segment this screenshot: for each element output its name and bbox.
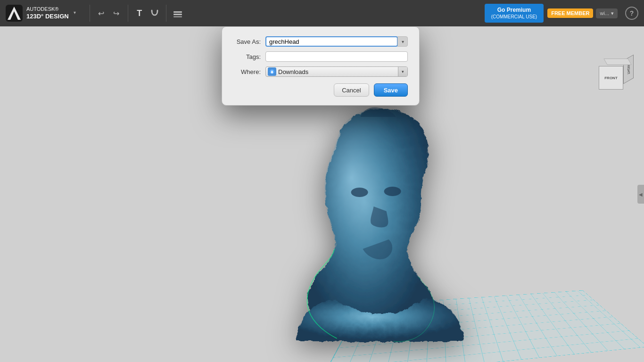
toolbar-sep-1: [90, 5, 90, 22]
app-dropdown-icon[interactable]: ▾: [74, 10, 80, 16]
toolbar-sep-2: [128, 5, 128, 22]
where-row: Where: Downloads ▾: [233, 66, 408, 77]
app-name: AUTODESK® 123D° DESIGN: [26, 6, 69, 20]
free-member-badge: FREE MEMBER: [547, 8, 593, 18]
save-as-input[interactable]: [265, 36, 398, 47]
autodesk-logo-icon: [6, 5, 23, 22]
save-as-dropdown-btn[interactable]: ▾: [397, 36, 408, 47]
cancel-button[interactable]: Cancel: [334, 83, 369, 97]
top-bar: AUTODESK® 123D° DESIGN ▾ ↩ ↪ T Go Premiu…: [0, 0, 644, 26]
save-dialog: Save As: ▾ Tags: Where:: [222, 26, 420, 106]
where-select[interactable]: Downloads ▾: [265, 66, 408, 77]
svg-rect-6: [173, 16, 182, 17]
user-menu-button[interactable]: wi... ▾: [596, 8, 618, 18]
dialog-buttons: Cancel Save: [233, 83, 408, 97]
tags-row: Tags:: [233, 51, 408, 62]
toolbar-sep-3: [166, 5, 166, 22]
svg-rect-4: [173, 11, 182, 13]
where-value: Downloads: [278, 68, 398, 75]
canvas-area: ◀ FRONT RIGHT Save As: ▾ T: [0, 26, 644, 362]
layers-button[interactable]: [170, 6, 185, 21]
save-button[interactable]: Save: [374, 83, 408, 97]
redo-button[interactable]: ↪: [109, 6, 124, 21]
go-premium-button[interactable]: Go Premium (COMMERCIAL USE): [485, 4, 544, 23]
downloads-folder-icon: [268, 67, 276, 76]
magnet-tool-button[interactable]: [147, 6, 162, 21]
where-label: Where:: [233, 68, 265, 75]
help-button[interactable]: ?: [625, 7, 638, 20]
undo-button[interactable]: ↩: [94, 6, 109, 21]
tags-label: Tags:: [233, 53, 265, 60]
save-as-row: Save As: ▾: [233, 36, 408, 47]
svg-rect-5: [173, 14, 182, 15]
tags-input[interactable]: [265, 51, 408, 62]
text-tool-button[interactable]: T: [132, 6, 147, 21]
dialog-overlay: Save As: ▾ Tags: Where:: [0, 26, 644, 362]
where-dropdown-arrow[interactable]: ▾: [398, 66, 407, 77]
logo-area: AUTODESK® 123D° DESIGN ▾: [0, 5, 86, 22]
save-as-label: Save As:: [233, 38, 265, 45]
